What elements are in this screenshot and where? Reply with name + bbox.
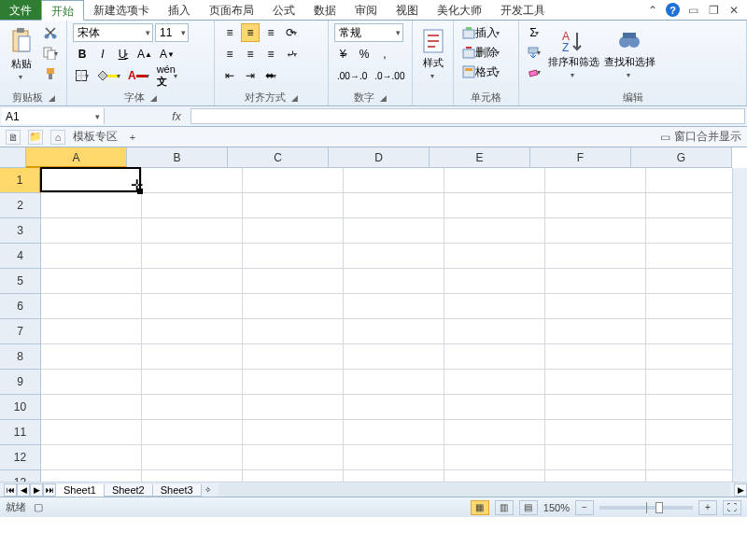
cell[interactable] <box>142 420 243 445</box>
cell[interactable] <box>41 319 142 344</box>
cell[interactable] <box>344 420 444 445</box>
grow-font-button[interactable]: A▲ <box>134 45 155 63</box>
formula-input[interactable] <box>190 108 745 124</box>
row-header[interactable]: 9 <box>0 370 41 395</box>
cell[interactable] <box>142 168 243 193</box>
cell[interactable] <box>545 294 646 319</box>
cell[interactable] <box>444 294 545 319</box>
cell[interactable] <box>344 294 444 319</box>
cell[interactable] <box>41 370 142 395</box>
cells-area[interactable] <box>41 168 732 482</box>
tab-beautify[interactable]: 美化大师 <box>428 0 491 20</box>
row-header[interactable]: 1 <box>0 168 41 193</box>
cell[interactable] <box>545 218 646 244</box>
sheet-tab[interactable]: Sheet1 <box>55 484 105 497</box>
underline-button[interactable]: U▾ <box>114 45 133 63</box>
cell[interactable] <box>444 218 545 244</box>
cell[interactable] <box>243 193 344 218</box>
cell[interactable] <box>444 168 545 193</box>
row-header[interactable]: 8 <box>0 344 41 370</box>
cell[interactable] <box>41 445 142 470</box>
row-header[interactable]: 4 <box>0 244 41 269</box>
cell[interactable] <box>243 294 344 319</box>
tab-formula[interactable]: 公式 <box>263 0 304 20</box>
cell[interactable] <box>41 420 142 445</box>
cell[interactable] <box>344 193 444 218</box>
row-header[interactable]: 6 <box>0 294 41 319</box>
tab-data[interactable]: 数据 <box>304 0 345 20</box>
cell[interactable] <box>142 294 243 319</box>
cell[interactable] <box>41 244 142 269</box>
view-pagebreak-button[interactable]: ▤ <box>519 500 538 515</box>
record-macro-icon[interactable]: ▢ <box>34 501 43 513</box>
border-button[interactable]: ▾ <box>73 66 92 85</box>
format-painter-button[interactable] <box>40 64 61 83</box>
view-normal-button[interactable]: ▦ <box>471 500 489 515</box>
copy-button[interactable]: ▾ <box>40 44 61 63</box>
cell[interactable] <box>444 395 545 420</box>
tab-review[interactable]: 审阅 <box>345 0 387 20</box>
cell[interactable] <box>344 370 444 395</box>
paste-button[interactable]: 粘贴 ▾ <box>6 23 36 85</box>
align-center-button[interactable]: ≡ <box>241 45 260 63</box>
window-restore-icon[interactable]: ❐ <box>706 4 721 17</box>
help-icon[interactable]: ? <box>666 3 680 17</box>
cell[interactable] <box>243 319 344 344</box>
horizontal-scrollbar[interactable] <box>218 483 730 497</box>
window-close-icon[interactable]: ✕ <box>726 4 741 17</box>
column-header[interactable]: G <box>631 147 732 168</box>
cell[interactable] <box>41 269 142 294</box>
cell[interactable] <box>545 244 646 269</box>
vertical-scrollbar[interactable] <box>732 168 747 482</box>
cell[interactable] <box>545 168 646 193</box>
increase-decimal-button[interactable]: .00→.0 <box>334 66 370 85</box>
tab-view[interactable]: 视图 <box>387 0 428 20</box>
cell[interactable] <box>444 420 545 445</box>
number-dialog-launcher[interactable]: ◢ <box>380 93 387 103</box>
italic-button[interactable]: I <box>93 45 112 63</box>
column-header[interactable]: D <box>329 147 430 168</box>
cell[interactable] <box>444 370 545 395</box>
cell[interactable] <box>243 395 344 420</box>
cell[interactable] <box>344 218 444 244</box>
cell[interactable] <box>243 370 344 395</box>
wrap-text-button[interactable]: ⤶▾ <box>282 45 301 63</box>
spreadsheet-grid[interactable]: ABCDEFG 12345678910111213 ✛ ⏮ ◀ ▶ ⏭ Shee… <box>0 147 747 497</box>
select-all-corner[interactable] <box>0 147 26 168</box>
cut-button[interactable] <box>40 23 61 42</box>
cell[interactable] <box>142 193 243 218</box>
delete-cells-button[interactable]: 删除▾ <box>459 43 515 62</box>
bold-button[interactable]: B <box>73 45 92 63</box>
sheet-tab[interactable]: Sheet2 <box>104 484 153 497</box>
sheet-nav-prev[interactable]: ◀ <box>17 483 30 497</box>
cell[interactable] <box>344 269 444 294</box>
column-header[interactable]: E <box>430 147 530 168</box>
template-zone-tab[interactable]: 模板专区 <box>73 129 118 145</box>
zoom-level[interactable]: 150% <box>543 502 570 513</box>
cell[interactable] <box>444 244 545 269</box>
row-header[interactable]: 3 <box>0 218 41 244</box>
decrease-decimal-button[interactable]: .0→.00 <box>372 66 407 85</box>
cell[interactable] <box>344 244 444 269</box>
new-doc-icon[interactable]: 🗎 <box>6 130 21 145</box>
shrink-font-button[interactable]: A▼ <box>157 45 177 63</box>
home-icon[interactable]: ⌂ <box>50 130 65 145</box>
cell[interactable] <box>545 269 646 294</box>
clipboard-dialog-launcher[interactable]: ◢ <box>49 93 55 103</box>
currency-button[interactable]: ¥▾ <box>334 45 353 63</box>
decrease-indent-button[interactable]: ⇤ <box>220 66 239 85</box>
comma-button[interactable]: , <box>375 45 394 63</box>
font-color-button[interactable]: A▾ <box>125 66 152 85</box>
open-folder-icon[interactable]: 📁 <box>28 130 43 145</box>
align-left-button[interactable]: ≡ <box>220 45 239 63</box>
row-header[interactable]: 7 <box>0 319 41 344</box>
row-header[interactable]: 12 <box>0 445 41 470</box>
font-name-combo[interactable]: 宋体 <box>73 23 153 42</box>
tab-insert[interactable]: 插入 <box>159 0 200 20</box>
sheet-tab[interactable]: Sheet3 <box>152 484 202 497</box>
format-cells-button[interactable]: 格式▾ <box>459 63 515 81</box>
zoom-in-button[interactable]: + <box>698 500 717 515</box>
cell[interactable] <box>142 344 243 370</box>
number-format-combo[interactable]: 常规 <box>334 23 403 42</box>
zoom-out-button[interactable]: − <box>575 500 594 515</box>
